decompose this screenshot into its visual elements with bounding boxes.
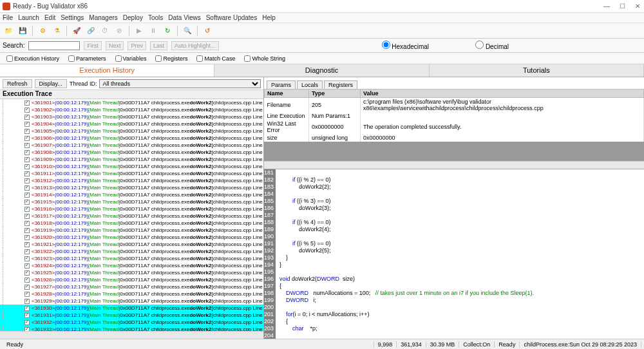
trace-row[interactable]: <361933> (00:00:12:179) [Main Thread] 0x… [0,326,263,331]
code-line[interactable] [276,233,644,240]
maximize-button[interactable]: ☐ [618,3,626,10]
trace-row[interactable]: <361928> (00:00:12:179) [Main Thread] 0x… [0,290,263,297]
code-line[interactable]: doWork2(3); [276,205,644,212]
trace-row[interactable]: <361929> (00:00:12:179) [Main Thread] 0x… [0,297,263,305]
trace-row[interactable]: <361923> (00:00:12:179) [Main Thread] 0x… [0,255,263,262]
display-button[interactable]: Display... [35,79,67,88]
trace-row[interactable]: <361910> (00:00:12:179) [Main Thread] 0x… [0,163,263,170]
chk-params[interactable] [68,55,75,62]
trace-row[interactable]: <361915> (00:00:12:179) [Main Thread] 0x… [0,198,263,205]
trace-row[interactable]: <361917> (00:00:12:179) [Main Thread] 0x… [0,212,263,220]
trace-row[interactable]: <361931> (00:00:12:179) [Main Thread] 0x… [0,312,263,319]
tab-execution-history[interactable]: Execution History [0,64,214,77]
minimize-button[interactable]: — [603,3,611,10]
trace-row[interactable]: <361913> (00:00:12:179) [Main Thread] 0x… [0,184,263,191]
chk-exec[interactable] [6,55,13,62]
menu-file[interactable]: File [3,14,13,21]
rtab-locals[interactable]: Locals [297,80,323,89]
code-line[interactable]: } [276,254,644,261]
trace-row[interactable]: <361932> (00:00:12:179) [Main Thread] 0x… [0,319,263,326]
search-input[interactable] [28,41,80,50]
menu-launch[interactable]: Launch [18,14,39,21]
code-line[interactable]: if ((i % 4) == 0) [276,219,644,226]
gear-icon[interactable]: ⚙ [37,25,48,37]
menu-dataviews[interactable]: Data Views [168,14,200,21]
trace-row[interactable]: <361916> (00:00:12:179) [Main Thread] 0x… [0,205,263,212]
trace-row[interactable]: <361907> (00:00:12:179) [Main Thread] 0x… [0,142,263,149]
code-line[interactable]: void doWork2(DWORD size) [276,276,644,283]
code-line[interactable] [276,212,644,219]
code-line[interactable]: char *p; [276,325,644,332]
code-line[interactable]: if ((i % 2) == 0) [276,176,644,184]
rtab-registers[interactable]: Registers [324,80,357,89]
code-line[interactable]: for(i = 0; i < numAllocations; i++) [276,311,644,318]
trace-row[interactable]: <361904> (00:00:12:179) [Main Thread] 0x… [0,120,263,127]
trace-row[interactable]: <361905> (00:00:12:179) [Main Thread] 0x… [0,127,263,135]
search-next[interactable]: Next [106,41,124,50]
refresh-icon[interactable]: ↻ [162,25,173,37]
trace-row[interactable]: <361908> (00:00:12:179) [Main Thread] 0x… [0,149,263,156]
code-line[interactable] [276,304,644,311]
chk-regs[interactable] [155,55,162,62]
trace-row[interactable]: <361927> (00:00:12:179) [Main Thread] 0x… [0,283,263,290]
trace-row[interactable]: <361924> (00:00:12:179) [Main Thread] 0x… [0,262,263,269]
trace-row[interactable]: <361903> (00:00:12:179) [Main Thread] 0x… [0,113,263,120]
rocket-icon[interactable]: 🚀 [71,25,82,37]
trace-row[interactable]: <361926> (00:00:12:179) [Main Thread] 0x… [0,276,263,283]
code-line[interactable]: { [276,318,644,325]
refresh-button[interactable]: Refresh [3,79,32,88]
code-line[interactable] [276,191,644,198]
stop-icon[interactable]: ⊘ [113,25,125,37]
tab-tutorials[interactable]: Tutorials [430,64,644,77]
code-line[interactable]: doWork2(4); [276,226,644,233]
trace-list[interactable]: <361901> (00:00:12:179) [Main Thread] 0x… [0,99,263,331]
menu-settings[interactable]: Settings [61,14,84,21]
reset-icon[interactable]: ↺ [202,25,213,37]
play-icon[interactable]: ▶ [133,25,145,37]
trace-row[interactable]: <361911> (00:00:12:179) [Main Thread] 0x… [0,170,263,177]
menu-managers[interactable]: Managers [89,14,117,21]
zoom-icon[interactable]: 🔍 [182,25,193,37]
tab-diagnostic[interactable]: Diagnostic [214,64,429,77]
trace-row[interactable]: <361918> (00:00:12:179) [Main Thread] 0x… [0,220,263,227]
trace-row[interactable]: <361912> (00:00:12:179) [Main Thread] 0x… [0,177,263,184]
trace-row[interactable]: <361919> (00:00:12:179) [Main Thread] 0x… [0,227,263,234]
code-line[interactable]: doWork2(2); [276,184,644,191]
search-prev[interactable]: Prev [128,41,146,50]
code-line[interactable] [276,332,644,339]
code-line[interactable]: if ((i % 5) == 0) [276,240,644,247]
menu-tools[interactable]: Tools [148,14,163,21]
trace-row[interactable]: <361920> (00:00:12:179) [Main Thread] 0x… [0,234,263,241]
open-icon[interactable]: 📁 [3,25,14,37]
pause-icon[interactable]: ⏸ [147,25,159,37]
trace-row[interactable]: <361922> (00:00:12:179) [Main Thread] 0x… [0,248,263,255]
close-button[interactable]: ✕ [634,3,641,10]
chk-mcase[interactable] [196,55,203,62]
trace-row[interactable]: <361902> (00:00:12:179) [Main Thread] 0x… [0,106,263,113]
menu-deploy[interactable]: Deploy [123,14,143,21]
trace-row[interactable]: <361909> (00:00:12:179) [Main Thread] 0x… [0,156,263,163]
menu-edit[interactable]: Edit [44,14,55,21]
chk-vars[interactable] [115,55,122,62]
menu-updates[interactable]: Software Updates [206,14,258,21]
trace-row[interactable]: <361921> (00:00:12:179) [Main Thread] 0x… [0,241,263,248]
trace-row[interactable]: <361930> (00:00:12:179) [Main Thread] 0x… [0,305,263,312]
trace-row[interactable]: <361906> (00:00:12:179) [Main Thread] 0x… [0,135,263,142]
thread-select[interactable]: All threads [99,79,261,88]
code-line[interactable]: if ((i % 3) == 0) [276,198,644,205]
trace-row[interactable]: <361914> (00:00:12:179) [Main Thread] 0x… [0,191,263,198]
code-line[interactable]: } [276,261,644,269]
trace-row[interactable]: <361925> (00:00:12:179) [Main Thread] 0x… [0,269,263,276]
rtab-params[interactable]: Params [267,80,296,89]
code-line[interactable] [276,169,644,176]
code-line[interactable]: DWORD i; [276,297,644,304]
code-line[interactable] [276,269,644,276]
filter-icon[interactable]: ⚗ [51,25,62,37]
radio-hex[interactable] [382,41,390,49]
code-line[interactable]: DWORD numAllocations = 100; // takes jus… [276,290,644,297]
scrollbar-h[interactable] [0,331,263,339]
code-area[interactable]: if ((i % 2) == 0) doWork2(2); if ((i % 3… [276,169,644,339]
info-scroll[interactable] [264,161,644,169]
search-last[interactable]: Last [150,41,167,50]
wait-icon[interactable]: ⏱ [99,25,111,37]
